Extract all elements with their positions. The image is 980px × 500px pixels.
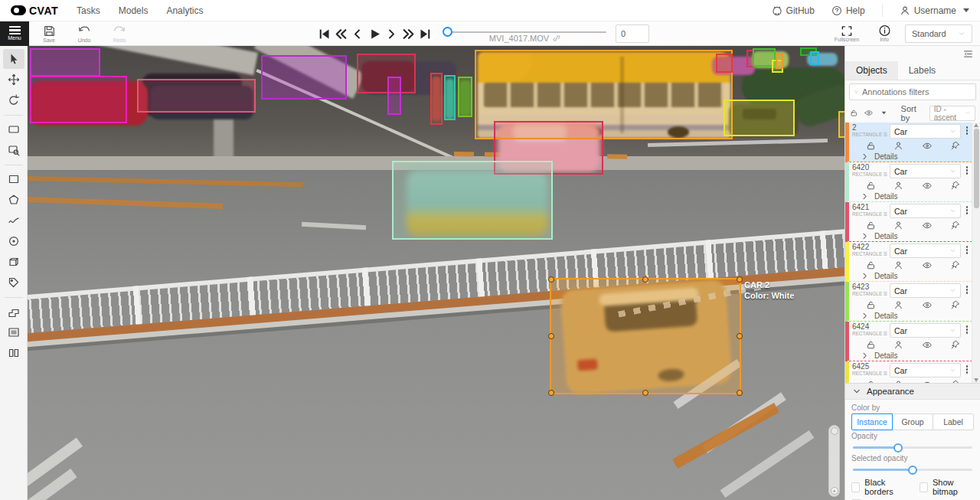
object-pin-icon[interactable] — [950, 221, 960, 230]
color-by-group-button[interactable]: Group — [892, 413, 933, 430]
object-occluded-icon[interactable] — [893, 260, 903, 270]
object-item[interactable]: 6424 RECTANGLE SHAPE Car Details — [845, 322, 980, 361]
object-occluded-icon[interactable] — [893, 300, 903, 310]
black-borders-checkbox[interactable]: Black borders — [851, 478, 909, 496]
object-lock-icon[interactable] — [866, 181, 876, 191]
canvas-scrollbar[interactable]: + — [828, 425, 840, 497]
annotation-canvas[interactable]: CAR 2Color: White + — [28, 46, 844, 500]
scroll-up-icon[interactable] — [974, 123, 978, 127]
resize-handle[interactable] — [548, 276, 554, 283]
scroll-down-icon[interactable] — [974, 378, 978, 382]
annotation-box[interactable] — [137, 79, 256, 113]
object-lock-icon[interactable] — [866, 141, 876, 151]
tab-objects[interactable]: Objects — [845, 61, 898, 80]
object-lock-icon[interactable] — [866, 300, 876, 310]
resize-handle[interactable] — [737, 333, 743, 339]
cursor-tool[interactable] — [3, 49, 24, 69]
help-link[interactable]: Help — [831, 5, 865, 16]
canvas-zoom-plus-icon[interactable]: + — [831, 487, 838, 495]
objects-list-scrollbar[interactable] — [972, 123, 980, 383]
object-actions-menu-icon[interactable] — [963, 323, 971, 334]
annotation-box[interactable] — [776, 54, 783, 69]
appearance-header[interactable]: Appearance — [845, 384, 980, 400]
draw-cuboid-tool[interactable] — [3, 252, 24, 272]
annotation-box[interactable] — [810, 51, 819, 65]
object-details-toggle[interactable]: Details — [852, 151, 971, 161]
save-button[interactable]: Save — [35, 21, 63, 46]
object-item[interactable]: 2 RECTANGLE SHAPE Car Details — [845, 123, 980, 162]
panel-collapse-icon[interactable] — [962, 49, 974, 59]
object-pin-icon[interactable] — [950, 141, 960, 151]
object-item[interactable]: 6425 RECTANGLE SHAPE Car Details — [845, 361, 980, 383]
color-by-instance-button[interactable]: Instance — [851, 413, 893, 430]
annotation-box[interactable] — [30, 76, 127, 123]
object-label-select[interactable]: Car — [890, 363, 961, 377]
undo-button[interactable]: Undo — [70, 21, 98, 46]
object-actions-menu-icon[interactable] — [963, 283, 971, 294]
tab-labels[interactable]: Labels — [898, 61, 946, 80]
object-hide-icon[interactable] — [922, 141, 933, 151]
play-button[interactable] — [366, 25, 383, 43]
draw-rectangle-tool[interactable] — [3, 169, 24, 189]
object-label-select[interactable]: Car — [890, 124, 961, 139]
object-pin-icon[interactable] — [950, 260, 960, 270]
object-item[interactable]: 6423 RECTANGLE SHAPE Car Details — [845, 282, 980, 322]
seek-track[interactable] — [444, 31, 606, 33]
object-occluded-icon[interactable] — [893, 181, 903, 191]
object-hide-icon[interactable] — [922, 380, 933, 383]
object-pin-icon[interactable] — [950, 340, 960, 350]
sort-select[interactable]: ID - ascent — [929, 106, 975, 121]
user-menu[interactable]: Username — [900, 5, 969, 16]
nav-analytics[interactable]: Analytics — [166, 5, 203, 16]
annotation-box[interactable] — [261, 55, 347, 100]
hide-all-icon[interactable] — [864, 108, 873, 118]
workspace-mode-select[interactable]: Standard — [905, 25, 972, 43]
object-occluded-icon[interactable] — [893, 340, 903, 350]
resize-handle[interactable] — [737, 276, 743, 283]
annotation-box[interactable] — [724, 100, 795, 136]
object-label-select[interactable]: Car — [890, 283, 961, 298]
opacity-handle[interactable] — [893, 443, 903, 453]
annotation-box[interactable] — [430, 73, 443, 125]
object-actions-menu-icon[interactable] — [963, 363, 971, 374]
last-frame-button[interactable] — [416, 25, 433, 43]
object-actions-menu-icon[interactable] — [963, 204, 971, 214]
merge-tool[interactable] — [3, 302, 24, 322]
annotations-filter-input[interactable] — [862, 87, 971, 96]
resize-handle[interactable] — [548, 390, 554, 396]
resize-handle[interactable] — [642, 276, 648, 283]
object-lock-icon[interactable] — [866, 260, 876, 270]
object-details-toggle[interactable]: Details — [852, 230, 971, 240]
resize-handle[interactable] — [737, 390, 743, 396]
annotation-box[interactable] — [387, 77, 401, 115]
object-hide-icon[interactable] — [922, 340, 933, 350]
object-actions-menu-icon[interactable] — [963, 164, 971, 175]
object-item[interactable]: 6420 RECTANGLE SHAPE Car Details — [845, 162, 980, 202]
object-lock-icon[interactable] — [866, 340, 876, 350]
object-occluded-icon[interactable] — [893, 141, 903, 151]
group-tool[interactable] — [3, 322, 24, 342]
forward-jump-button[interactable] — [400, 25, 416, 43]
annotation-box[interactable] — [357, 54, 416, 93]
resize-handle[interactable] — [548, 333, 554, 339]
object-actions-menu-icon[interactable] — [963, 243, 971, 254]
fullscreen-button[interactable]: Fullscreen — [830, 21, 864, 46]
nav-tasks[interactable]: Tasks — [77, 5, 100, 16]
previous-frame-button[interactable] — [349, 25, 366, 43]
backward-jump-button[interactable] — [332, 25, 349, 43]
cvat-logo[interactable]: CVAT — [11, 5, 58, 17]
object-details-toggle[interactable]: Details — [852, 350, 971, 360]
zoom-region-tool[interactable] — [3, 140, 24, 160]
draw-points-tool[interactable] — [3, 231, 24, 251]
object-label-select[interactable]: Car — [890, 323, 961, 338]
expand-all-icon[interactable] — [880, 109, 887, 117]
setup-tag-tool[interactable] — [3, 273, 24, 292]
canvas-scrollbar-handle[interactable] — [831, 427, 838, 435]
annotation-box[interactable] — [458, 77, 472, 117]
show-bitmap-checkbox[interactable]: Show bitmap — [920, 478, 974, 496]
object-details-toggle[interactable]: Details — [852, 191, 971, 201]
github-link[interactable]: GitHub — [772, 5, 815, 16]
object-lock-icon[interactable] — [866, 221, 876, 230]
object-hide-icon[interactable] — [922, 221, 933, 230]
menu-button[interactable]: Menu — [0, 21, 29, 46]
